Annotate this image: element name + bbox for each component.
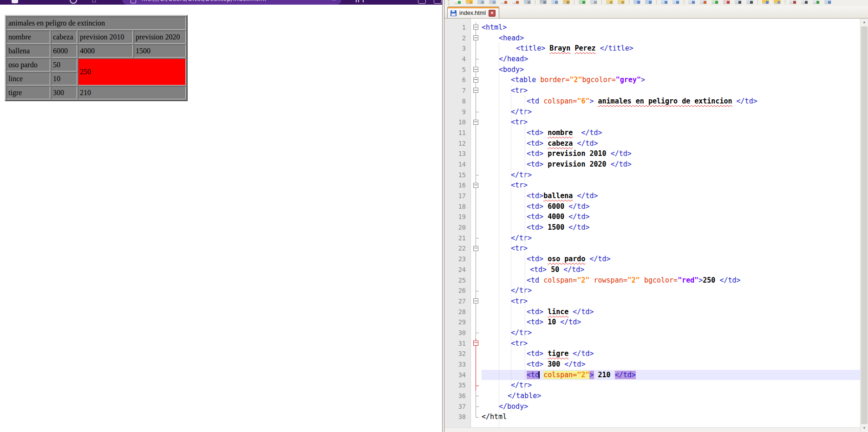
new-file-icon[interactable] (454, 0, 461, 4)
scroll-down-icon[interactable]: ▼ (861, 425, 868, 432)
code-line-24[interactable]: 24<td> 50 </td> (444, 264, 860, 275)
code-line-19[interactable]: 19<td> 4000 </td> (444, 212, 860, 222)
code-line-31[interactable]: 31<tr> (444, 338, 860, 349)
line-number[interactable]: 19 (444, 212, 470, 222)
line-number[interactable]: 30 (444, 328, 470, 338)
code-line-16[interactable]: 16<tr> (444, 180, 860, 191)
line-number[interactable]: 3 (444, 43, 470, 54)
code-line-13[interactable]: 13<td> prevision 2010 </td> (444, 148, 860, 159)
home-icon[interactable]: ⌂ (92, 0, 96, 3)
code-line-20[interactable]: 20<td> 1500 </td> (444, 222, 860, 233)
code-line-15[interactable]: 15</tr> (444, 170, 860, 181)
line-number[interactable]: 8 (444, 96, 470, 107)
line-number[interactable]: 27 (444, 296, 470, 307)
account-icon[interactable] (418, 0, 426, 4)
word-wrap-icon[interactable] (688, 0, 695, 4)
code-line-22[interactable]: 22<tr> (444, 243, 860, 254)
line-number[interactable]: 37 (444, 401, 470, 412)
project-panel-icon[interactable] (774, 0, 781, 4)
line-number[interactable]: 24 (444, 264, 470, 275)
code-line-4[interactable]: 4</head> (444, 54, 860, 64)
fold-collapse-icon[interactable] (470, 296, 482, 307)
line-number[interactable]: 31 (444, 338, 470, 349)
save-all-icon[interactable] (489, 0, 496, 4)
code-line-14[interactable]: 14<td> prevision 2020 </td> (444, 159, 860, 170)
code-line-8[interactable]: 8<td colspan="6"> animales en peligro de… (444, 96, 860, 107)
code-line-25[interactable]: 25<td colspan="2" rowspan="2" bgcolor="r… (444, 275, 860, 286)
tab-close-icon[interactable]: ✕ (489, 10, 496, 17)
line-number[interactable]: 17 (444, 191, 470, 201)
code-line-12[interactable]: 12<td> cabeza </td> (444, 138, 860, 149)
code-editor[interactable]: 1<html>2<head>3<title> Brayn Perez </tit… (444, 19, 860, 427)
code-line-26[interactable]: 26</tr> (444, 285, 860, 296)
url-text[interactable]: file:///C:/Users/UNet/Desktop/index.html (142, 0, 266, 2)
macro-record-icon[interactable] (790, 0, 796, 4)
code-line-34[interactable]: 34<td colspan="2"> 210 </td> (444, 370, 860, 380)
line-number[interactable]: 33 (444, 359, 470, 370)
doc-map-icon[interactable] (735, 0, 742, 4)
fold-collapse-icon[interactable] (470, 64, 482, 75)
macro-play-icon[interactable] (813, 0, 820, 4)
line-number[interactable]: 38 (444, 412, 470, 422)
reload-icon[interactable] (70, 0, 77, 4)
address-bar[interactable]: file:///C:/Users/UNet/Desktop/index.html… (122, 0, 341, 5)
code-line-28[interactable]: 28<td> lince </td> (444, 307, 860, 317)
line-number[interactable]: 16 (444, 180, 470, 191)
tab-dropdown-icon[interactable]: ˇ (34, 0, 37, 3)
code-line-38[interactable]: 38</html (444, 412, 860, 422)
code-line-32[interactable]: 32<td> tigre </td> (444, 348, 860, 359)
find-icon[interactable] (606, 0, 613, 4)
line-number[interactable]: 11 (444, 128, 470, 138)
code-line-2[interactable]: 2<head> (444, 33, 860, 44)
code-line-9[interactable]: 9</tr> (444, 107, 860, 117)
code-line-33[interactable]: 33<td> 300 </td> (444, 359, 860, 370)
page-info-icon[interactable] (131, 0, 136, 3)
copy-icon[interactable] (551, 0, 558, 4)
code-line-18[interactable]: 18<td> 6000 </td> (444, 201, 860, 212)
line-number[interactable]: 5 (444, 64, 470, 75)
line-number[interactable]: 9 (444, 107, 470, 117)
line-number[interactable]: 25 (444, 275, 470, 286)
fold-collapse-icon[interactable] (470, 75, 482, 85)
zoom-out-icon[interactable] (645, 0, 652, 4)
line-number[interactable]: 18 (444, 201, 470, 212)
line-number[interactable]: 7 (444, 85, 470, 96)
toolbar-grip[interactable] (448, 0, 449, 5)
line-number[interactable]: 15 (444, 170, 470, 181)
line-number[interactable]: 21 (444, 233, 470, 244)
line-number[interactable]: 12 (444, 138, 470, 149)
code-line-11[interactable]: 11<td> nombre </td> (444, 128, 860, 138)
code-line-27[interactable]: 27<tr> (444, 296, 860, 307)
code-line-37[interactable]: 37</body> (444, 401, 860, 412)
vertical-scrollbar-thumb[interactable] (861, 26, 868, 424)
print-icon[interactable] (524, 0, 531, 4)
line-number[interactable]: 28 (444, 307, 470, 317)
function-list-icon[interactable] (723, 0, 730, 4)
show-all-characters-icon[interactable] (700, 0, 707, 4)
line-number[interactable]: 2 (444, 33, 470, 44)
sync-scroll-v-icon[interactable] (661, 0, 668, 4)
code-line-29[interactable]: 29<td> 10 </td> (444, 317, 860, 328)
line-number[interactable]: 22 (444, 243, 470, 254)
line-number[interactable]: 10 (444, 117, 470, 128)
library-icon[interactable] (356, 0, 364, 2)
redo-icon[interactable] (590, 0, 597, 4)
cut-icon[interactable] (540, 0, 547, 4)
line-number[interactable]: 13 (444, 148, 470, 159)
fold-collapse-icon[interactable] (470, 33, 482, 44)
fold-collapse-icon[interactable] (470, 338, 482, 349)
code-line-21[interactable]: 21</tr> (444, 233, 860, 244)
code-line-7[interactable]: 7<tr> (444, 85, 860, 96)
line-number[interactable]: 20 (444, 222, 470, 233)
line-number[interactable]: 32 (444, 348, 470, 359)
paste-icon[interactable] (563, 0, 570, 4)
undo-icon[interactable] (579, 0, 586, 4)
code-line-17[interactable]: 17<td>ballena </td> (444, 191, 860, 201)
tab-index-html[interactable]: index.html ✕ (447, 6, 499, 18)
code-line-5[interactable]: 5<body> (444, 64, 860, 75)
fold-collapse-icon[interactable] (470, 180, 482, 191)
scroll-up-icon[interactable]: ▲ (861, 19, 868, 26)
line-number[interactable]: 1 (444, 22, 470, 33)
doc-list-icon[interactable] (746, 0, 753, 4)
line-number[interactable]: 29 (444, 317, 470, 328)
